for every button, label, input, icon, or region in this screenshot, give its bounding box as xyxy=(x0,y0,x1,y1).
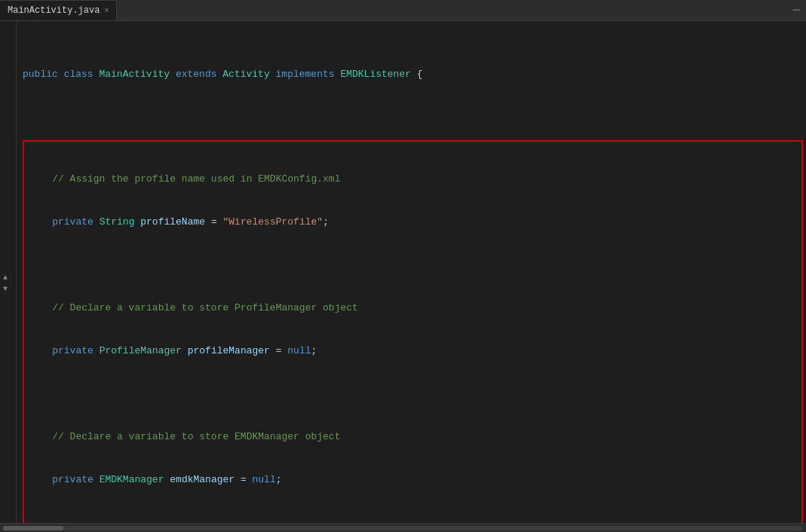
comment-assign-profile: // Assign the profile name used in EMDKC… xyxy=(29,172,797,186)
blank-2 xyxy=(29,387,797,401)
horizontal-scrollbar[interactable] xyxy=(0,523,806,532)
tab-close-icon[interactable]: × xyxy=(104,7,109,15)
fold-arrow-down[interactable]: ▼ xyxy=(3,285,8,293)
scrollbar-track[interactable] xyxy=(3,526,803,530)
file-tab[interactable]: MainActivity.java × xyxy=(0,0,117,20)
blank-3 xyxy=(29,515,797,523)
comment-declare-profilemanager: // Declare a variable to store ProfileMa… xyxy=(29,301,797,315)
line-profilemanager: private ProfileManager profileManager = … xyxy=(29,344,797,358)
code-content: public class MainActivity extends Activi… xyxy=(17,21,806,523)
fold-arrow-top[interactable]: ▲ xyxy=(3,274,8,282)
minimize-button[interactable]: ─ xyxy=(786,4,806,17)
class-declaration-line: public class MainActivity extends Activi… xyxy=(23,67,806,81)
comment-declare-emdkmanager: // Declare a variable to store EMDKManag… xyxy=(29,430,797,444)
editor-gutter: ▲ ▼ xyxy=(0,21,17,523)
tab-bar: MainActivity.java × ─ xyxy=(0,0,806,21)
blank-1 xyxy=(29,258,797,272)
code-region-1: // Assign the profile name used in EMDKC… xyxy=(23,140,803,523)
tab-filename: MainActivity.java xyxy=(8,5,100,16)
editor-body: ▲ ▼ public class MainActivity extends Ac… xyxy=(0,21,806,523)
code-editor[interactable]: public class MainActivity extends Activi… xyxy=(17,21,806,523)
line-emdkmanager: private EMDKManager emdkManager = null; xyxy=(29,472,797,487)
scrollbar-thumb[interactable] xyxy=(3,526,63,530)
line-profilename: private String profileName = "WirelessPr… xyxy=(29,215,797,229)
editor-window: MainActivity.java × ─ ▲ ▼ public class M… xyxy=(0,0,806,532)
